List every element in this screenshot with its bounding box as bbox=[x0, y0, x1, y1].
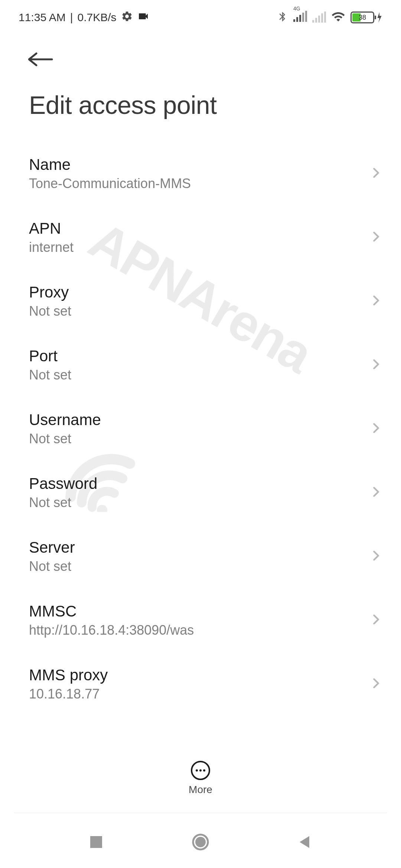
nav-recent-button[interactable] bbox=[89, 835, 104, 849]
settings-list: Name Tone-Communication-MMS APN internet… bbox=[0, 142, 401, 716]
status-time: 11:35 AM bbox=[19, 11, 66, 24]
setting-label: MMS proxy bbox=[29, 666, 108, 684]
setting-value: Tone-Communication-MMS bbox=[29, 176, 191, 191]
setting-row-apn[interactable]: APN internet bbox=[29, 206, 401, 269]
back-button[interactable] bbox=[0, 33, 401, 83]
more-button[interactable]: More bbox=[0, 753, 401, 803]
setting-label: Server bbox=[29, 539, 75, 556]
setting-row-password[interactable]: Password Not set bbox=[29, 461, 401, 525]
setting-row-proxy[interactable]: Proxy Not set bbox=[29, 269, 401, 333]
back-arrow-icon bbox=[28, 52, 53, 67]
setting-row-server[interactable]: Server Not set bbox=[29, 525, 401, 588]
status-bar: 11:35 AM | 0.7KB/s 4G bbox=[0, 0, 401, 33]
setting-label: Name bbox=[29, 156, 191, 174]
gear-icon bbox=[121, 10, 133, 25]
status-data-rate: 0.7KB/s bbox=[78, 11, 117, 24]
chevron-right-icon bbox=[370, 613, 382, 627]
setting-value: internet bbox=[29, 240, 74, 255]
more-icon bbox=[191, 761, 210, 780]
signal-bars-1-icon bbox=[293, 11, 307, 22]
navigation-bar bbox=[0, 816, 401, 868]
setting-value: Not set bbox=[29, 303, 71, 319]
setting-label: Password bbox=[29, 475, 97, 493]
battery-indicator: 38 bbox=[351, 11, 382, 23]
nav-home-button[interactable] bbox=[192, 833, 209, 851]
setting-value: Not set bbox=[29, 431, 101, 447]
setting-value: Not set bbox=[29, 367, 71, 383]
chevron-right-icon bbox=[370, 677, 382, 691]
chevron-right-icon bbox=[370, 167, 382, 181]
setting-value: Not set bbox=[29, 495, 97, 510]
page-title: Edit access point bbox=[0, 83, 401, 142]
setting-row-name[interactable]: Name Tone-Communication-MMS bbox=[29, 142, 401, 206]
more-label: More bbox=[189, 784, 212, 796]
battery-percent: 38 bbox=[359, 14, 366, 22]
chevron-right-icon bbox=[370, 230, 382, 244]
bottom-divider bbox=[14, 813, 387, 813]
charging-icon bbox=[376, 12, 382, 23]
svg-rect-1 bbox=[90, 836, 102, 848]
status-bar-left: 11:35 AM | 0.7KB/s bbox=[19, 10, 149, 25]
square-icon bbox=[89, 835, 104, 849]
wifi-icon bbox=[331, 10, 345, 25]
chevron-right-icon bbox=[370, 294, 382, 308]
setting-label: Username bbox=[29, 411, 101, 429]
setting-row-mmsc[interactable]: MMSC http://10.16.18.4:38090/was bbox=[29, 588, 401, 652]
setting-row-port[interactable]: Port Not set bbox=[29, 333, 401, 397]
chevron-right-icon bbox=[370, 422, 382, 436]
setting-row-mms-proxy[interactable]: MMS proxy 10.16.18.77 bbox=[29, 652, 401, 716]
network-type-label: 4G bbox=[293, 6, 300, 11]
status-bar-right: 4G 38 bbox=[277, 10, 382, 25]
chevron-right-icon bbox=[370, 358, 382, 372]
chevron-right-icon bbox=[370, 549, 382, 563]
setting-label: MMSC bbox=[29, 602, 194, 620]
setting-label: APN bbox=[29, 220, 74, 237]
setting-value: http://10.16.18.4:38090/was bbox=[29, 622, 194, 638]
camera-icon bbox=[137, 10, 149, 25]
setting-value: Not set bbox=[29, 559, 75, 574]
signal-bars-2-icon bbox=[312, 12, 326, 23]
chevron-right-icon bbox=[370, 486, 382, 500]
bluetooth-icon bbox=[277, 11, 288, 24]
circle-icon bbox=[192, 833, 209, 851]
svg-point-3 bbox=[195, 837, 206, 847]
setting-label: Proxy bbox=[29, 283, 71, 301]
nav-back-button[interactable] bbox=[297, 835, 312, 849]
triangle-icon bbox=[297, 835, 312, 849]
setting-value: 10.16.18.77 bbox=[29, 686, 108, 702]
setting-row-username[interactable]: Username Not set bbox=[29, 397, 401, 461]
status-separator: | bbox=[70, 11, 73, 24]
setting-label: Port bbox=[29, 347, 71, 365]
